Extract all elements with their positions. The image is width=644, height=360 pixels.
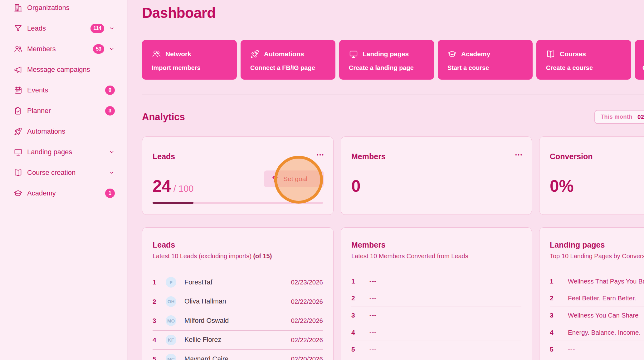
sidebar-item-label: Landing pages xyxy=(27,148,72,156)
quick-action-partial[interactable]: C xyxy=(635,40,644,80)
list-card-subtitle: Top 10 Landing Pages by Convers xyxy=(550,253,644,260)
leads-rows: 1 F ForestTaf 02/23/2026 2 OH Oliva Hall… xyxy=(153,273,323,360)
quick-action-automations[interactable]: Automations Connect a FB/IG page xyxy=(241,40,335,80)
sidebar-item-label: Automations xyxy=(27,127,65,136)
member-row[interactable]: 5 --- xyxy=(351,341,521,358)
people-icon xyxy=(152,49,161,59)
sidebar-item-landing-pages[interactable]: Landing pages xyxy=(0,142,127,162)
subtitle-text: Latest 10 Leads (excluding imports) xyxy=(153,253,251,259)
quick-action-network[interactable]: Network Import members xyxy=(142,40,237,80)
sidebar-item-message-campaigns[interactable]: Message campaigns xyxy=(0,59,127,80)
planner-count-badge: 3 xyxy=(105,106,115,116)
sidebar-item-automations[interactable]: Automations xyxy=(0,121,127,142)
landing-page-row[interactable]: 5 --- xyxy=(550,341,644,358)
row-number: 4 xyxy=(550,329,559,336)
member-name: --- xyxy=(369,312,377,319)
leads-progress-bar xyxy=(153,202,323,204)
row-number: 1 xyxy=(153,279,161,286)
members-list-card: Members Latest 10 Members Converted from… xyxy=(341,227,532,360)
period-selector-button[interactable]: This month 02/0 xyxy=(594,110,644,124)
quick-action-title: Network xyxy=(165,50,191,58)
clipboard-check-icon xyxy=(14,106,22,115)
list-card-title: Members xyxy=(351,240,386,249)
more-options-icon[interactable]: ••• xyxy=(317,152,324,158)
leads-count-badge: 114 xyxy=(90,24,104,33)
lead-name: ForestTaf xyxy=(184,279,212,286)
row-number: 2 xyxy=(153,298,161,305)
set-goal-label: Set goal xyxy=(283,175,307,183)
landing-page-name: Wellness You Can Share xyxy=(568,312,638,319)
list-card-subtitle: Latest 10 Leads (excluding imports) (of … xyxy=(153,253,272,260)
landing-page-row[interactable]: 3 Wellness You Can Share xyxy=(550,307,644,324)
lead-row[interactable]: 3 MO Milford Oswald 02/22/2026 xyxy=(153,311,323,331)
list-card-subtitle: Latest 10 Members Converted from Leads xyxy=(351,253,468,260)
row-number: 2 xyxy=(550,294,559,302)
sidebar-item-course-creation[interactable]: Course creation xyxy=(0,162,127,183)
graduation-cap-icon xyxy=(447,49,457,59)
more-options-icon[interactable]: ••• xyxy=(515,152,523,158)
quick-action-subtitle: Create a landing page xyxy=(349,64,434,72)
set-goal-button[interactable]: Set goal xyxy=(264,170,324,187)
quick-action-academy[interactable]: Academy Start a course xyxy=(438,40,533,80)
landing-page-row[interactable]: 4 Energy. Balance. Income. xyxy=(550,324,644,341)
building-icon xyxy=(14,3,22,12)
lead-name: Oliva Hallman xyxy=(184,298,226,305)
graduation-cap-icon xyxy=(14,189,22,198)
member-name: --- xyxy=(369,278,377,285)
member-row[interactable]: 3 --- xyxy=(351,307,521,324)
analytics-section-title: Analytics xyxy=(142,111,185,123)
sidebar-item-label: Planner xyxy=(27,107,51,115)
members-count-badge: 53 xyxy=(93,44,104,54)
sidebar-item-label: Members xyxy=(27,45,56,53)
row-number: 3 xyxy=(550,312,559,319)
funnel-icon xyxy=(14,24,22,33)
member-name: --- xyxy=(369,295,377,302)
megaphone-icon xyxy=(14,65,22,74)
sidebar-item-academy[interactable]: Academy 1 xyxy=(0,183,127,204)
quick-action-subtitle: Connect a FB/IG page xyxy=(250,64,335,72)
sidebar-item-label: Message campaigns xyxy=(27,66,90,74)
quick-action-title: Automations xyxy=(264,50,304,58)
book-icon xyxy=(14,168,22,177)
members-count-value: 0 xyxy=(351,177,360,195)
sidebar-item-planner[interactable]: Planner 3 xyxy=(0,101,127,121)
list-card-title: Landing pages xyxy=(550,240,605,249)
landing-page-name: Feel Better. Earn Better. xyxy=(568,294,636,302)
section-divider xyxy=(142,95,644,95)
landing-page-name: Energy. Balance. Income. xyxy=(568,329,641,336)
quick-action-title: Courses xyxy=(560,50,586,58)
sidebar-item-leads[interactable]: Leads 114 xyxy=(0,18,127,39)
sidebar-item-organizations[interactable]: Organizations xyxy=(0,0,127,18)
quick-action-courses[interactable]: Courses Create a course xyxy=(536,40,631,80)
row-number: 1 xyxy=(550,278,559,285)
lead-row[interactable]: 4 KF Kellie Florez 02/22/2026 xyxy=(153,331,323,350)
member-name: --- xyxy=(369,346,377,353)
events-count-badge: 0 xyxy=(105,86,115,95)
member-row[interactable]: 4 --- xyxy=(351,324,521,341)
sidebar: Organizations Leads 114 Members 53 Messa… xyxy=(0,0,128,360)
member-row[interactable]: 2 --- xyxy=(351,290,521,307)
quick-action-subtitle: Create a course xyxy=(546,64,631,72)
lead-row[interactable]: 2 OH Oliva Hallman 02/22/2026 xyxy=(153,292,323,312)
rocket-icon xyxy=(250,49,260,59)
quick-action-landing-pages[interactable]: Landing pages Create a landing page xyxy=(339,40,434,80)
sidebar-item-members[interactable]: Members 53 xyxy=(0,39,127,59)
monitor-icon xyxy=(14,148,22,156)
avatar: MO xyxy=(166,315,176,326)
avatar: F xyxy=(166,277,176,288)
sidebar-item-events[interactable]: Events 0 xyxy=(0,80,127,101)
calendar-icon xyxy=(14,86,22,95)
chevron-down-icon xyxy=(109,170,115,176)
lead-date: 02/22/2026 xyxy=(291,317,323,324)
lead-row[interactable]: 1 F ForestTaf 02/23/2026 xyxy=(153,273,323,292)
lead-date: 02/20/2026 xyxy=(291,355,323,360)
quick-action-subtitle: C xyxy=(642,64,644,72)
landing-page-row[interactable]: 2 Feel Better. Earn Better. xyxy=(550,290,644,307)
lead-row[interactable]: 5 MC Maynard Caire 02/20/2026 xyxy=(153,350,323,360)
member-row[interactable]: 1 --- xyxy=(351,273,521,290)
landing-page-row[interactable]: 1 Wellness That Pays You Back xyxy=(550,273,644,290)
landing-pages-rows: 1 Wellness That Pays You Back 2 Feel Bet… xyxy=(550,273,644,358)
leads-stat-card: Leads ••• 24 / 100 Set goal xyxy=(142,136,334,215)
lead-name: Maynard Caire xyxy=(184,355,228,360)
page-title: Dashboard xyxy=(142,4,216,21)
